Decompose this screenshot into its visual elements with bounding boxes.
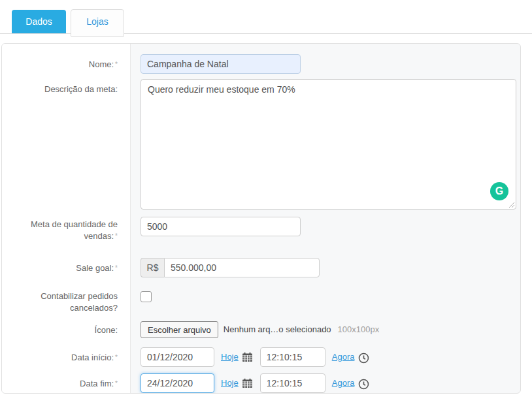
currency-prefix: R$	[141, 258, 164, 277]
descricao-label: Descrição da meta:	[2, 79, 131, 210]
data-fim-date-input[interactable]	[141, 373, 214, 393]
row-contabilizar: Contabilizar pedidos cancelados?	[2, 290, 520, 314]
form-panel: Nome:* Descrição da meta: Quero reduzir …	[1, 43, 521, 394]
file-size-hint: 100x100px	[338, 321, 380, 338]
row-data-fim: Data fim:* Hoje Agora	[2, 373, 520, 393]
file-status-text: Nenhum arq…o selecionado	[224, 321, 331, 338]
meta-quantidade-input[interactable]	[141, 217, 301, 236]
data-inicio-agora-link[interactable]: Agora	[332, 347, 355, 367]
calendar-icon[interactable]	[242, 379, 252, 390]
row-data-inicio: Data início:* Hoje Agora	[2, 347, 520, 367]
data-fim-hoje-link[interactable]: Hoje	[221, 373, 239, 393]
icone-label: Ícone:	[2, 321, 131, 338]
row-sale-goal: Sale goal:* R$	[2, 258, 520, 277]
required-asterisk: *	[115, 264, 118, 272]
data-fim-time-input[interactable]	[260, 373, 325, 393]
grammarly-icon[interactable]: G	[490, 182, 508, 200]
sale-goal-input[interactable]	[164, 258, 320, 277]
meta-quantidade-label: Meta de quantidade de vendas:*	[2, 217, 131, 242]
contabilizar-checkbox[interactable]	[141, 291, 152, 302]
required-asterisk: *	[115, 232, 118, 240]
data-fim-label: Data fim:*	[2, 373, 131, 393]
tab-lojas[interactable]: Lojas	[71, 9, 124, 37]
data-inicio-time-input[interactable]	[260, 347, 325, 367]
required-asterisk: *	[115, 61, 118, 68]
clock-icon[interactable]	[358, 353, 369, 366]
nome-label: Nome:*	[2, 54, 131, 74]
row-icone: Ícone: Escolher arquivo Nenhum arq…o sel…	[2, 321, 520, 338]
sale-goal-label: Sale goal:*	[2, 258, 131, 277]
clock-icon[interactable]	[358, 379, 369, 392]
required-asterisk: *	[115, 354, 118, 361]
row-meta-quantidade: Meta de quantidade de vendas:*	[2, 217, 520, 242]
contabilizar-label: Contabilizar pedidos cancelados?	[2, 290, 131, 314]
choose-file-button[interactable]: Escolher arquivo	[141, 321, 218, 338]
calendar-icon[interactable]	[242, 353, 252, 364]
resize-handle-icon[interactable]	[508, 202, 515, 208]
data-fim-agora-link[interactable]: Agora	[332, 373, 355, 393]
tab-dados[interactable]: Dados	[12, 10, 66, 33]
tab-bar: Dados Lojas	[0, 0, 532, 34]
data-inicio-date-input[interactable]	[141, 347, 214, 367]
nome-input[interactable]	[141, 54, 301, 74]
required-asterisk: *	[115, 380, 118, 387]
data-inicio-label: Data início:*	[2, 347, 131, 367]
row-nome: Nome:*	[2, 54, 520, 74]
data-inicio-hoje-link[interactable]: Hoje	[221, 347, 239, 367]
descricao-textarea[interactable]: Quero reduzir meu estoque em 70%	[141, 79, 516, 210]
row-descricao: Descrição da meta: Quero reduzir meu est…	[2, 79, 520, 210]
